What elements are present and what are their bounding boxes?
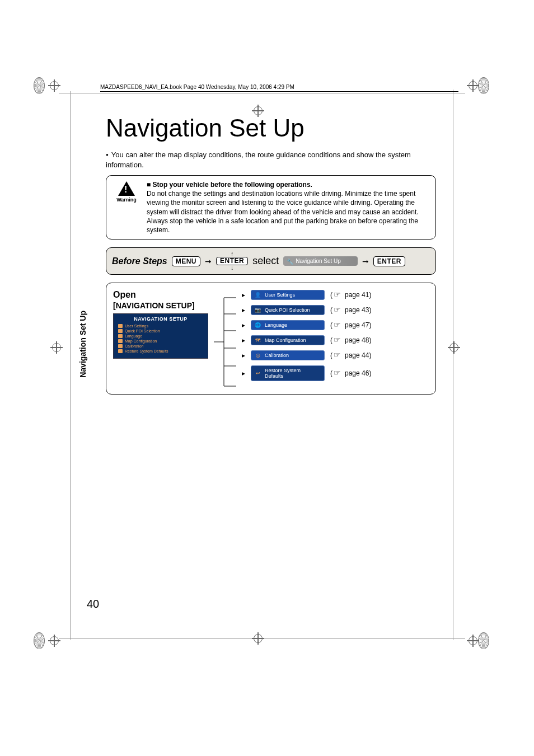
option-chip[interactable]: 🗺Map Configuration — [251, 335, 325, 345]
pointer-icon — [334, 352, 344, 358]
pointer-icon — [334, 322, 344, 328]
option-chip[interactable]: ◎Calibration — [251, 350, 325, 360]
warning-text-1: Do not change the settings and destinati… — [147, 189, 430, 217]
pointer-icon — [334, 307, 344, 313]
chip-label: Navigation Set Up — [296, 258, 341, 264]
nav-setup-screenshot: NAVIGATION SETUP User SettingsQuick POI … — [113, 313, 208, 359]
setup-option-row: ▸🌐Language( page 47) — [242, 320, 429, 330]
open-sublabel: [NAVIGATION SETUP] — [113, 301, 208, 310]
option-chip[interactable]: 👤User Settings — [251, 290, 325, 300]
pointer-icon — [334, 337, 344, 343]
nav-screen-item: Calibration — [117, 344, 204, 349]
arrow-icon: ▸ — [242, 291, 245, 299]
connector-area — [214, 290, 236, 386]
option-label: Language — [265, 322, 287, 328]
nav-screen-item: User Settings — [117, 323, 204, 328]
option-icon: ↩ — [255, 370, 261, 376]
option-chip[interactable]: 📷Quick POI Selection — [251, 305, 325, 315]
setup-option-row: ▸↩Restore System Defaults( page 46) — [242, 365, 429, 381]
setup-option-row: ▸🗺Map Configuration( page 48) — [242, 335, 429, 345]
nav-screen-item: Quick POI Selection — [117, 328, 204, 334]
nav-screen-item: Language — [117, 334, 204, 339]
page-reference: ( page 43) — [330, 306, 371, 314]
option-label: Calibration — [265, 353, 289, 358]
arrow-icon: ▸ — [242, 351, 245, 359]
before-steps-label: Before Steps — [112, 256, 167, 266]
page-reference: ( page 46) — [330, 369, 371, 377]
crop-mark — [448, 341, 470, 364]
pointer-icon — [334, 370, 344, 376]
enter-button[interactable]: ENTER — [373, 256, 405, 266]
arrow-icon: ▸ — [242, 306, 245, 314]
arrow-icon: ▸ — [242, 321, 245, 329]
option-icon: 📷 — [255, 307, 261, 313]
option-chip[interactable]: ↩Restore System Defaults — [251, 365, 325, 381]
crop-mark — [252, 632, 274, 655]
enter-button-stack[interactable]: ↑ ENTER ↓ — [216, 251, 248, 271]
option-label: Quick POI Selection — [265, 307, 310, 313]
crop-mark — [467, 77, 489, 100]
warning-box: Warning Stop your vehicle before the fol… — [106, 175, 436, 240]
select-label: select — [252, 255, 279, 267]
crop-mark — [50, 341, 73, 364]
option-label: Restore System Defaults — [265, 368, 301, 379]
nav-screen-item: Restore System Defaults — [117, 349, 204, 354]
warning-body: Stop your vehicle before the following o… — [147, 180, 430, 234]
setup-option-row: ▸📷Quick POI Selection( page 43) — [242, 305, 429, 315]
menu-button[interactable]: MENU — [172, 256, 200, 266]
page-title: Navigation Set Up — [106, 114, 436, 142]
wrench-icon: 🔧 — [287, 258, 293, 264]
setup-option-row: ▸◎Calibration( page 44) — [242, 350, 429, 360]
page-reference: ( page 48) — [330, 336, 371, 344]
page-reference: ( page 47) — [330, 321, 371, 329]
arrow-icon: ▸ — [242, 369, 245, 377]
option-icon: 🌐 — [255, 322, 261, 328]
warning-label: Warning — [114, 197, 139, 203]
nav-screen-title: NAVIGATION SETUP — [117, 316, 204, 322]
intro-text: You can alter the map display conditions… — [106, 150, 436, 170]
page-reference: ( page 44) — [330, 351, 371, 359]
crop-mark — [34, 77, 56, 100]
pointer-icon — [334, 292, 344, 298]
warning-text-2: Always stop the vehicle in a safe locati… — [147, 217, 430, 234]
arrow-up-icon: ↑ — [231, 251, 234, 257]
option-icon: ◎ — [255, 352, 261, 358]
page-number: 40 — [87, 598, 99, 611]
nav-screen-item: Map Configuration — [117, 339, 204, 344]
crop-mark — [34, 632, 56, 655]
setup-option-row: ▸👤User Settings( page 41) — [242, 290, 429, 300]
arrow-icon: ➞ — [205, 257, 212, 266]
section-tab: Navigation Set Up — [78, 311, 87, 378]
setup-diagram: Open [NAVIGATION SETUP] NAVIGATION SETUP… — [106, 283, 436, 395]
nav-setup-chip[interactable]: 🔧 Navigation Set Up — [283, 256, 358, 266]
arrow-icon: ➞ — [362, 257, 369, 266]
warning-heading: Stop your vehicle before the following o… — [147, 180, 430, 189]
before-steps-bar: Before Steps MENU ➞ ↑ ENTER ↓ select 🔧 N… — [106, 247, 436, 275]
page-reference: ( page 41) — [330, 291, 371, 299]
option-chip[interactable]: 🌐Language — [251, 320, 325, 330]
book-header-line: MAZDASPEED6_NAVI_EA.book Page 40 Wednesd… — [100, 84, 458, 92]
open-label: Open — [113, 290, 208, 300]
arrow-icon: ▸ — [242, 336, 245, 344]
crop-mark — [467, 632, 489, 655]
option-label: User Settings — [265, 292, 295, 298]
option-label: Map Configuration — [265, 337, 306, 343]
option-icon: 🗺 — [255, 337, 261, 343]
arrow-down-icon: ↓ — [231, 265, 234, 271]
warning-icon: Warning — [114, 180, 139, 234]
option-icon: 👤 — [255, 292, 261, 298]
